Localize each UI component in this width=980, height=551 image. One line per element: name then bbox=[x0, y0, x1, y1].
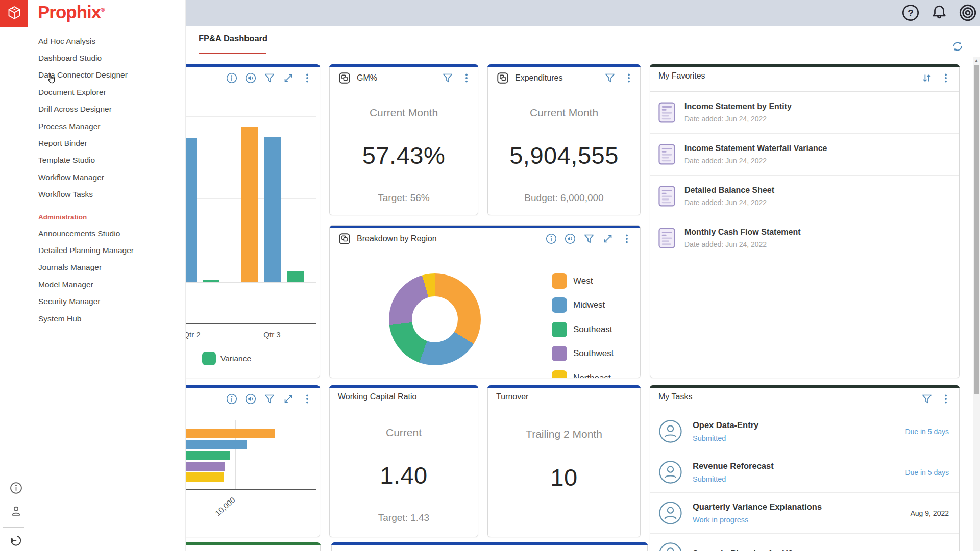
favorite-item[interactable]: Income Statement Waterfall Variance Date… bbox=[650, 134, 959, 176]
info-icon[interactable] bbox=[9, 481, 23, 495]
x-tick-label: Qtr 3 bbox=[252, 330, 292, 339]
favorite-title: Monthly Cash Flow Statement bbox=[684, 228, 801, 237]
report-doc-icon bbox=[658, 144, 675, 165]
kpi-period: Current bbox=[330, 427, 478, 439]
category-bar-chart: 10,000 bbox=[186, 386, 320, 537]
filter-icon[interactable] bbox=[921, 393, 933, 405]
kpi-period: Trailing 2 Month bbox=[488, 428, 640, 440]
sidebar-item-data-connector-designer[interactable]: Data Connector Designer bbox=[38, 67, 134, 84]
sidebar-item-security-manager[interactable]: Security Manager bbox=[38, 293, 134, 310]
sidebar-item-drill-across-designer[interactable]: Drill Across Designer bbox=[38, 101, 134, 118]
quarterly-column-chart: Qtr 2Qtr 3Variance bbox=[186, 65, 320, 378]
x-tick-label: 10,000 bbox=[207, 489, 243, 523]
filter-icon[interactable] bbox=[583, 233, 595, 245]
sidebar: Prophix® Ad Hoc AnalysisDashboard Studio… bbox=[0, 0, 186, 551]
column-bar bbox=[203, 280, 219, 282]
help-icon[interactable]: ? bbox=[901, 4, 920, 22]
task-item[interactable]: Quarterly Variance Explanations Work in … bbox=[650, 493, 959, 534]
x-tick-label: Qtr 2 bbox=[186, 330, 212, 339]
favorite-date: Date added: Jun 24, 2022 bbox=[684, 157, 827, 165]
sidebar-nav: Ad Hoc AnalysisDashboard StudioData Conn… bbox=[38, 33, 134, 327]
scroll-up-arrow[interactable]: ▲ bbox=[973, 58, 980, 63]
my-tasks-card: My Tasks Opex Data-Entry Submitted Due i… bbox=[650, 385, 960, 551]
assignee-avatar-icon bbox=[658, 419, 682, 443]
quarterly-chart-card: Qtr 2Qtr 3Variance bbox=[186, 64, 320, 378]
kebab-icon[interactable] bbox=[623, 72, 635, 84]
h-bar bbox=[186, 472, 224, 482]
kpi-period: Current Month bbox=[488, 107, 640, 119]
kebab-icon[interactable] bbox=[460, 72, 473, 84]
column-bar bbox=[241, 127, 258, 282]
task-title: Scenario Planning for H2 bbox=[693, 549, 793, 551]
kpi-value: 1.40 bbox=[330, 461, 478, 489]
legend-swatch bbox=[552, 346, 567, 361]
report-doc-icon bbox=[658, 102, 675, 123]
notifications-icon[interactable] bbox=[930, 4, 948, 22]
task-item[interactable]: Revenue Reforecast Submitted Due in 5 da… bbox=[650, 452, 959, 493]
card-title: GM% bbox=[357, 73, 377, 83]
assignee-avatar-icon bbox=[658, 460, 682, 484]
sidebar-item-template-studio[interactable]: Template Studio bbox=[38, 152, 134, 169]
audio-icon[interactable] bbox=[564, 233, 576, 245]
sidebar-item-dashboard-studio[interactable]: Dashboard Studio bbox=[38, 49, 134, 66]
legend-swatch bbox=[552, 322, 567, 337]
sidebar-item-system-hub[interactable]: System Hub bbox=[38, 310, 134, 327]
task-item[interactable]: Scenario Planning for H2 Aug 9, 2022 bbox=[650, 534, 959, 551]
filter-icon[interactable] bbox=[442, 72, 454, 84]
filter-icon[interactable] bbox=[604, 72, 616, 84]
logout-icon[interactable] bbox=[9, 534, 23, 547]
task-item[interactable]: Opex Data-Entry Submitted Due in 5 days bbox=[650, 411, 959, 452]
sidebar-item-workflow-manager[interactable]: Workflow Manager bbox=[38, 169, 134, 186]
sidebar-item-ad-hoc-analysis[interactable]: Ad Hoc Analysis bbox=[38, 33, 134, 49]
expand-icon[interactable] bbox=[602, 233, 614, 245]
legend-swatch bbox=[552, 297, 567, 313]
favorite-item[interactable]: Income Statement by Entity Date added: J… bbox=[650, 92, 959, 134]
turnover-kpi-card: Turnover Trailing 2 Month 10 bbox=[487, 385, 641, 537]
report-doc-icon bbox=[658, 228, 675, 248]
sidebar-item-process-manager[interactable]: Process Manager bbox=[38, 118, 134, 135]
favorites-list: Income Statement by Entity Date added: J… bbox=[650, 92, 959, 259]
tasks-list: Opex Data-Entry Submitted Due in 5 days … bbox=[650, 411, 959, 551]
drill-icon bbox=[496, 71, 509, 85]
topbar: ? bbox=[186, 0, 980, 26]
sidebar-item-report-binder[interactable]: Report Binder bbox=[38, 135, 134, 152]
user-icon[interactable] bbox=[9, 504, 23, 518]
card-accent bbox=[329, 385, 478, 388]
registered-mark: ® bbox=[101, 7, 104, 13]
favorite-item[interactable]: Monthly Cash Flow Statement Date added: … bbox=[650, 217, 959, 259]
kebab-icon[interactable] bbox=[940, 72, 952, 84]
task-status: Submitted bbox=[693, 475, 774, 483]
expenditures-kpi-card: Expenditures Current Month 5,904,555 Bud… bbox=[487, 64, 641, 215]
card-accent bbox=[650, 385, 960, 388]
x-axis bbox=[186, 489, 316, 490]
task-title: Opex Data-Entry bbox=[693, 420, 758, 430]
task-due: Aug 9, 2022 bbox=[910, 509, 949, 517]
card-accent bbox=[329, 225, 641, 228]
kpi-value: 57.43% bbox=[330, 141, 478, 169]
legend-label: Midwest bbox=[573, 297, 605, 313]
favorite-item[interactable]: Detailed Balance Sheet Date added: Jun 2… bbox=[650, 176, 959, 217]
vertical-scrollbar[interactable]: ▲ bbox=[973, 57, 980, 551]
sidebar-item-workflow-tasks[interactable]: Workflow Tasks bbox=[38, 186, 134, 203]
my-favorites-card: My Favorites Income Statement by Entity … bbox=[650, 64, 960, 378]
donut-hole bbox=[412, 296, 458, 342]
sort-icon[interactable] bbox=[921, 72, 933, 84]
sidebar-item-detailed-planning-manager[interactable]: Detailed Planning Manager bbox=[38, 242, 134, 259]
sidebar-item-model-manager[interactable]: Model Manager bbox=[38, 276, 134, 293]
task-due: Due in 5 days bbox=[905, 428, 949, 436]
card-accent bbox=[329, 64, 478, 67]
kebab-icon[interactable] bbox=[621, 233, 633, 245]
info-icon[interactable] bbox=[545, 233, 557, 245]
sidebar-item-announcements-studio[interactable]: Announcements Studio bbox=[38, 225, 134, 242]
tab-fpa-dashboard[interactable]: FP&A Dashboard bbox=[199, 34, 267, 43]
breakdown-by-region-card: Breakdown by Region WestMidwestSoutheast… bbox=[329, 225, 641, 378]
prophix-logo-icon[interactable] bbox=[0, 0, 28, 27]
sidebar-item-document-explorer[interactable]: Document Explorer bbox=[38, 84, 134, 101]
scrollbar-thumb[interactable] bbox=[974, 65, 979, 394]
h-bar bbox=[186, 440, 247, 449]
bullseye-icon[interactable] bbox=[959, 4, 977, 22]
refresh-icon[interactable] bbox=[951, 40, 964, 53]
kebab-icon[interactable] bbox=[940, 393, 952, 405]
sidebar-item-journals-manager[interactable]: Journals Manager bbox=[38, 259, 134, 276]
brand-wordmark[interactable]: Prophix® bbox=[38, 2, 104, 22]
